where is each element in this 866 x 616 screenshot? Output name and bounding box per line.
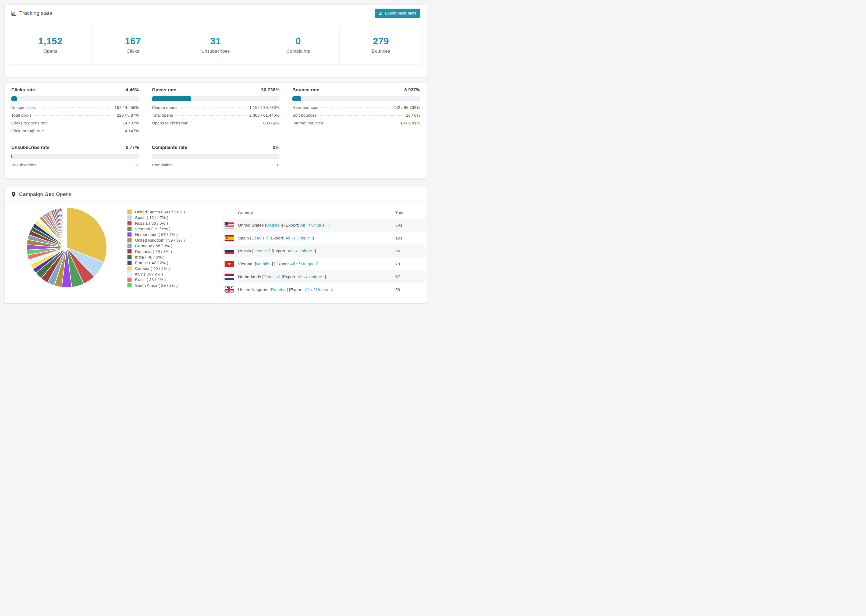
bracket-close: ]: [325, 274, 326, 279]
export-button-label: Export basic stats: [385, 11, 416, 15]
details-link[interactable]: Details ›: [258, 300, 274, 303]
country-name: Spain: [238, 236, 249, 240]
summary-label: Bounces: [372, 49, 390, 54]
export-unique-link[interactable]: Unique ›: [299, 248, 315, 253]
rate-value: 0.77%: [126, 145, 139, 150]
summary-label: Opens: [43, 49, 57, 54]
legend-item-united-kingdom: United Kingdom ( 59 / 3% ): [127, 237, 185, 243]
stat-label: Total clicks: [11, 113, 31, 118]
geo-pie-chart: [26, 207, 107, 288]
geo-header: Campaign Geo Opens: [5, 187, 427, 201]
summary-stat-opens: 1,152Opens: [9, 27, 92, 64]
stat-label: Unsubscribes: [11, 163, 36, 167]
pie-svg: [26, 207, 107, 288]
country-name: United States: [238, 223, 264, 227]
rate-head: Clicks rate4.46%: [11, 87, 139, 93]
rate-title: Unsubscribe rate: [11, 145, 49, 150]
legend-label: Italy ( 36 / 2% ): [135, 272, 163, 276]
legend-item-italy: Italy ( 36 / 2% ): [127, 271, 185, 277]
details-link[interactable]: Details ›: [256, 261, 272, 266]
flag-nl-icon: [225, 273, 234, 280]
export-prefix: ] [Export:: [282, 223, 300, 227]
stat-label: Unique opens: [152, 105, 178, 110]
details-link[interactable]: Details ›: [252, 236, 267, 240]
rate-progress-fill: [11, 96, 17, 101]
table-row-united-kingdom: United Kingdom [Details ›] [Export: All …: [222, 283, 426, 296]
legend-label: South Africa ( 29 / 2% ): [135, 283, 178, 288]
export-unique-link[interactable]: Unique ›: [303, 300, 319, 303]
legend-label: Canada ( 40 / 2% ): [135, 266, 170, 271]
legend-swatch: [127, 277, 132, 282]
total-cell: 121: [395, 236, 426, 240]
legend-swatch: [127, 272, 132, 277]
table-row-germany: Germany [Details ›] [Export: All › / Uni…: [222, 296, 426, 303]
export-unique-link[interactable]: Unique ›: [301, 261, 317, 266]
export-unique-link[interactable]: Unique ›: [309, 274, 324, 279]
legend-label: Vietnam ( 79 / 5% ): [135, 226, 170, 231]
legend-label: India ( 46 / 3% ): [135, 255, 164, 259]
legend-label: France ( 42 / 2% ): [135, 261, 168, 265]
rate-progress-track: [292, 96, 420, 101]
country-name: Russia: [238, 248, 251, 253]
legend-label: Spain ( 121 / 7% ): [135, 215, 168, 220]
map-pin-icon: [11, 192, 16, 197]
stat-row-clicks-to-opens-rate: Clicks to opens rate14.497%: [11, 121, 139, 129]
rate-block-opens-rate: Opens rate30.736%Unique opens1,152 / 30.…: [152, 87, 280, 136]
table-row-united-states: United States [Details ›] [Export: All ›…: [222, 219, 426, 232]
legend-label: Russia ( 86 / 5% ): [135, 221, 168, 225]
summary-label: Clicks: [127, 49, 139, 54]
dotted-leader: [319, 115, 404, 116]
rate-head: Bounce rate6.927%: [292, 87, 420, 93]
stat-label: Opens to clicks rate: [152, 121, 189, 125]
export-all-link[interactable]: All ›: [300, 223, 308, 227]
rate-value: 0%: [273, 145, 279, 150]
stat-row-total-opens: Total opens2,303 / 61.446%: [152, 113, 280, 121]
tracking-stats-title: Tracking stats: [11, 10, 52, 16]
stat-label: Internal bounces: [292, 121, 323, 125]
dotted-leader: [179, 107, 247, 108]
export-prefix: ] [Export:: [287, 287, 305, 292]
rate-title: Clicks rate: [11, 87, 35, 93]
bracket-close: ]: [332, 287, 334, 292]
details-link[interactable]: Details ›: [264, 274, 279, 279]
export-prefix: ] [Export:: [269, 248, 288, 253]
country-column-header: Country: [222, 211, 395, 215]
legend-swatch: [127, 237, 132, 243]
table-row-vietnam: Vietnam [Details ›] [Export: All › / Uni…: [222, 258, 426, 270]
details-link[interactable]: Details ›: [254, 248, 269, 253]
export-all-link[interactable]: All ›: [305, 287, 312, 292]
legend-swatch: [127, 255, 132, 259]
export-all-link[interactable]: All ›: [298, 274, 305, 279]
rate-title: Opens rate: [152, 87, 176, 93]
export-unique-link[interactable]: Unique ›: [311, 223, 327, 227]
export-unique-link[interactable]: Unique ›: [296, 236, 313, 240]
rate-block-clicks-rate: Clicks rate4.46%Unique clicks167 / 4.456…: [11, 87, 139, 136]
export-all-link[interactable]: All ›: [290, 261, 298, 266]
stat-label: Click through rate: [11, 129, 44, 133]
bracket: [: [254, 261, 256, 266]
stat-value: 689.82%: [263, 121, 280, 125]
bracket: [: [261, 274, 264, 279]
country-name: Vietnam: [238, 261, 254, 266]
rate-detail-rows: Hard bounces242 / 86.738%Soft bounces18 …: [292, 105, 420, 129]
bracket-close: ]: [313, 236, 314, 240]
export-all-link[interactable]: All ›: [285, 236, 293, 240]
details-link[interactable]: Details ›: [266, 223, 282, 227]
export-unique-link[interactable]: Unique ›: [316, 287, 332, 292]
summary-stat-complaints: 0Complaints: [257, 27, 340, 64]
summary-value: 31: [210, 36, 221, 47]
stat-row-unique-opens: Unique opens1,152 / 30.736%: [152, 105, 280, 113]
dotted-leader: [38, 165, 132, 165]
country-cell: Spain [Details ›] [Export: All › / Uniqu…: [238, 236, 395, 240]
stat-row-click-through-rate: Click through rate4.147%: [11, 129, 139, 136]
details-link[interactable]: Details ›: [271, 287, 287, 292]
flag-gb-icon: [225, 286, 234, 293]
stat-label: Soft bounces: [292, 113, 316, 118]
slash-separator: /: [308, 223, 312, 227]
export-all-link[interactable]: All ›: [292, 300, 299, 303]
total-cell: 67: [395, 274, 426, 279]
legend-item-germany: Germany ( 55 / 3% ): [127, 243, 185, 248]
export-all-link[interactable]: All ›: [288, 248, 295, 253]
export-basic-stats-button[interactable]: Export basic stats: [375, 9, 420, 18]
legend-item-india: India ( 46 / 3% ): [127, 254, 185, 260]
